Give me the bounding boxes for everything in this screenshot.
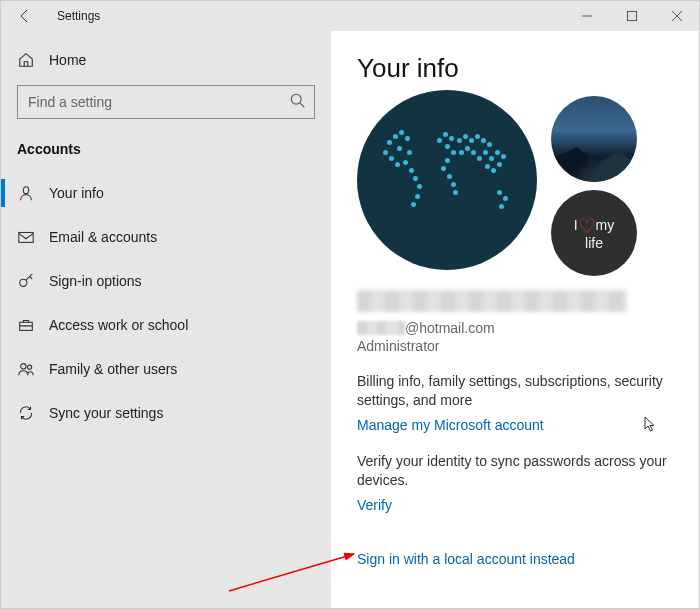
local-account-link[interactable]: Sign in with a local account instead bbox=[357, 551, 575, 567]
body: Home Accounts Your info Email & acco bbox=[1, 31, 699, 608]
search-container bbox=[17, 85, 315, 119]
avatar-row: I♡mylife bbox=[357, 96, 673, 276]
sidebar-item-label: Access work or school bbox=[49, 317, 188, 333]
sidebar-item-label: Your info bbox=[49, 185, 104, 201]
maximize-button[interactable] bbox=[609, 1, 654, 31]
people-icon bbox=[17, 360, 35, 378]
email-prefix-redacted bbox=[357, 321, 405, 335]
mail-icon bbox=[17, 228, 35, 246]
close-icon bbox=[672, 11, 682, 21]
avatar-main[interactable] bbox=[357, 90, 537, 270]
svg-point-7 bbox=[20, 279, 27, 286]
manage-account-row: Manage my Microsoft account bbox=[357, 416, 673, 434]
avatar-option-2[interactable]: I♡mylife bbox=[551, 190, 637, 276]
cursor-icon bbox=[643, 416, 657, 438]
verify-link[interactable]: Verify bbox=[357, 497, 392, 513]
minimize-button[interactable] bbox=[564, 1, 609, 31]
content-pane: Your info bbox=[331, 31, 699, 608]
email-suffix: @hotmail.com bbox=[405, 320, 495, 336]
home-icon bbox=[17, 51, 35, 69]
arrow-left-icon bbox=[17, 8, 33, 24]
minimize-icon bbox=[582, 11, 592, 21]
sidebar-item-label: Family & other users bbox=[49, 361, 177, 377]
sidebar-item-sync-settings[interactable]: Sync your settings bbox=[1, 391, 331, 435]
search-input[interactable] bbox=[17, 85, 315, 119]
svg-point-9 bbox=[21, 364, 26, 369]
section-heading: Accounts bbox=[1, 135, 331, 171]
briefcase-icon bbox=[17, 316, 35, 334]
avatar-alternates: I♡mylife bbox=[551, 96, 637, 276]
world-map-icon bbox=[357, 90, 537, 270]
sidebar-item-your-info[interactable]: Your info bbox=[1, 171, 331, 215]
avatar-option-1[interactable] bbox=[551, 96, 637, 182]
maximize-icon bbox=[627, 11, 637, 21]
settings-window: Settings Home bbox=[0, 0, 700, 609]
user-email: @hotmail.com bbox=[357, 320, 673, 336]
home-label: Home bbox=[49, 52, 86, 68]
home-nav[interactable]: Home bbox=[1, 41, 331, 79]
close-button[interactable] bbox=[654, 1, 699, 31]
svg-rect-6 bbox=[19, 233, 33, 243]
sidebar: Home Accounts Your info Email & acco bbox=[1, 31, 331, 608]
manage-account-link[interactable]: Manage my Microsoft account bbox=[357, 417, 544, 433]
sidebar-item-family-other-users[interactable]: Family & other users bbox=[1, 347, 331, 391]
svg-point-10 bbox=[28, 365, 32, 369]
person-icon bbox=[17, 184, 35, 202]
sidebar-item-label: Sign-in options bbox=[49, 273, 142, 289]
sidebar-item-sign-in-options[interactable]: Sign-in options bbox=[1, 259, 331, 303]
user-role: Administrator bbox=[357, 338, 673, 354]
chalk-text: I♡mylife bbox=[574, 216, 615, 250]
sidebar-item-email-accounts[interactable]: Email & accounts bbox=[1, 215, 331, 259]
window-controls bbox=[564, 1, 699, 31]
page-title: Your info bbox=[357, 53, 673, 84]
sidebar-item-label: Sync your settings bbox=[49, 405, 163, 421]
svg-rect-1 bbox=[627, 12, 636, 21]
key-icon bbox=[17, 272, 35, 290]
verify-description: Verify your identity to sync passwords a… bbox=[357, 452, 673, 490]
svg-line-5 bbox=[300, 103, 304, 107]
user-name-redacted bbox=[357, 290, 627, 312]
back-button[interactable] bbox=[1, 1, 49, 31]
titlebar: Settings bbox=[1, 1, 699, 31]
svg-point-4 bbox=[291, 94, 301, 104]
window-title: Settings bbox=[57, 9, 564, 23]
sidebar-item-access-work-school[interactable]: Access work or school bbox=[1, 303, 331, 347]
sidebar-item-label: Email & accounts bbox=[49, 229, 157, 245]
search-icon bbox=[289, 92, 307, 114]
sync-icon bbox=[17, 404, 35, 422]
billing-description: Billing info, family settings, subscript… bbox=[357, 372, 673, 410]
